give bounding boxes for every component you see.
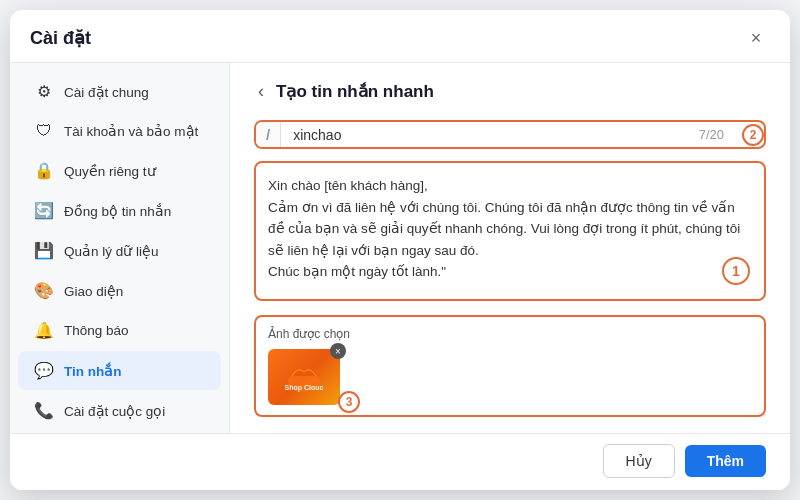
- shortcut-counter: 7/20: [687, 120, 736, 149]
- sidebar-item-general[interactable]: ⚙Cài đặt chung: [18, 72, 221, 111]
- svg-text:Shop Clouc: Shop Clouc: [285, 384, 324, 392]
- sidebar-icon-privacy: 🔒: [34, 161, 54, 180]
- dialog-title: Cài đặt: [30, 27, 91, 49]
- shop-logo-icon: Shop Clouc: [284, 358, 324, 394]
- sidebar-icon-notifications: 🔔: [34, 321, 54, 340]
- badge-1: 1: [722, 257, 750, 285]
- sidebar-label-privacy: Quyền riêng tư: [64, 163, 156, 179]
- dialog-footer: Hủy Thêm: [10, 433, 790, 490]
- sidebar-item-calls[interactable]: 📞Cài đặt cuộc gọi: [18, 391, 221, 430]
- sidebar-item-theme[interactable]: 🎨Giao diện: [18, 271, 221, 310]
- add-button[interactable]: Thêm: [685, 445, 766, 477]
- sidebar-label-general: Cài đặt chung: [64, 84, 149, 100]
- back-button[interactable]: ‹: [254, 79, 268, 104]
- settings-dialog: Cài đặt × ⚙Cài đặt chung🛡Tài khoản và bả…: [10, 10, 790, 490]
- sidebar-label-data: Quản lý dữ liệu: [64, 243, 159, 259]
- sidebar: ⚙Cài đặt chung🛡Tài khoản và bảo mật🔒Quyề…: [10, 63, 230, 433]
- badge-2: 2: [742, 124, 764, 146]
- shortcut-prefix: /: [256, 120, 281, 149]
- image-section: Ảnh được chọn Shop Clouc: [254, 315, 766, 417]
- sidebar-label-messages: Tin nhắn: [64, 363, 122, 379]
- sidebar-item-data[interactable]: 💾Quản lý dữ liệu: [18, 231, 221, 270]
- panel-header: ‹ Tạo tin nhắn nhanh: [254, 79, 766, 104]
- panel-title: Tạo tin nhắn nhanh: [276, 81, 434, 102]
- sidebar-item-sync[interactable]: 🔄Đồng bộ tin nhắn: [18, 191, 221, 230]
- sidebar-item-notifications[interactable]: 🔔Thông báo: [18, 311, 221, 350]
- sidebar-item-account[interactable]: 🛡Tài khoản và bảo mật: [18, 112, 221, 150]
- image-section-label: Ảnh được chọn: [268, 327, 752, 341]
- dialog-body: ⚙Cài đặt chung🛡Tài khoản và bảo mật🔒Quyề…: [10, 63, 790, 433]
- sidebar-icon-general: ⚙: [34, 82, 54, 101]
- badge-3: 3: [338, 391, 360, 413]
- close-button[interactable]: ×: [742, 24, 770, 52]
- remove-image-button[interactable]: ×: [330, 343, 346, 359]
- message-area[interactable]: Xin chào [tên khách hàng], Cảm ơn vì đã …: [254, 161, 766, 301]
- sidebar-label-account: Tài khoản và bảo mật: [64, 123, 198, 139]
- sidebar-icon-messages: 💬: [34, 361, 54, 380]
- cancel-button[interactable]: Hủy: [603, 444, 675, 478]
- shortcut-input[interactable]: [281, 120, 687, 149]
- shortcut-row: / 7/20 2: [254, 120, 766, 149]
- sidebar-icon-calls: 📞: [34, 401, 54, 420]
- sidebar-icon-theme: 🎨: [34, 281, 54, 300]
- dialog-header: Cài đặt ×: [10, 10, 790, 63]
- image-thumbnail: Shop Clouc ×: [268, 349, 340, 405]
- sidebar-icon-account: 🛡: [34, 122, 54, 140]
- thumb-image: Shop Clouc: [268, 349, 340, 405]
- main-content: ‹ Tạo tin nhắn nhanh / 7/20 2 Xin chào […: [230, 63, 790, 433]
- sidebar-label-notifications: Thông báo: [64, 323, 129, 338]
- sidebar-label-theme: Giao diện: [64, 283, 123, 299]
- message-text: Xin chào [tên khách hàng], Cảm ơn vì đã …: [268, 175, 752, 283]
- sidebar-label-sync: Đồng bộ tin nhắn: [64, 203, 171, 219]
- sidebar-item-privacy[interactable]: 🔒Quyền riêng tư: [18, 151, 221, 190]
- sidebar-label-calls: Cài đặt cuộc gọi: [64, 403, 165, 419]
- sidebar-icon-sync: 🔄: [34, 201, 54, 220]
- sidebar-item-messages[interactable]: 💬Tin nhắn: [18, 351, 221, 390]
- sidebar-icon-data: 💾: [34, 241, 54, 260]
- shop-logo-text: Shop Clouc: [284, 358, 324, 397]
